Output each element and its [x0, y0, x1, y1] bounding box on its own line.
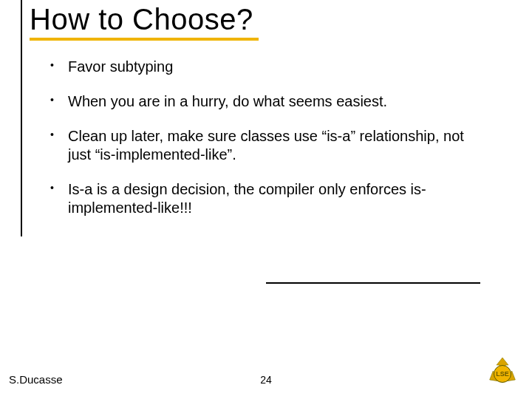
lse-badge: LSE	[494, 365, 511, 383]
page-number: 24	[260, 374, 272, 386]
list-item: Favor subtyping	[46, 58, 489, 76]
footer-author: S.Ducasse	[9, 373, 63, 386]
title-block: How to Choose?	[30, 3, 259, 41]
bullet-text: When you are in a hurry, do what seems e…	[68, 93, 387, 109]
left-vertical-rule	[21, 0, 22, 236]
list-item: Clean up later, make sure classes use “i…	[46, 127, 489, 164]
logo-text: LSE	[496, 370, 509, 378]
horizontal-rule	[266, 282, 480, 284]
slide: How to Choose? Favor subtyping When you …	[0, 0, 532, 399]
logo-icon: LSE	[486, 356, 519, 389]
bullet-list: Favor subtyping When you are in a hurry,…	[46, 58, 489, 233]
bullet-text: Clean up later, make sure classes use “i…	[68, 128, 464, 163]
list-item: When you are in a hurry, do what seems e…	[46, 92, 489, 111]
bullet-text: Favor subtyping	[68, 58, 173, 75]
slide-title: How to Choose?	[30, 3, 259, 36]
list-item: Is-a is a design decision, the compiler …	[46, 180, 489, 217]
title-underline	[30, 38, 259, 41]
bullet-text: Is-a is a design decision, the compiler …	[68, 181, 426, 216]
